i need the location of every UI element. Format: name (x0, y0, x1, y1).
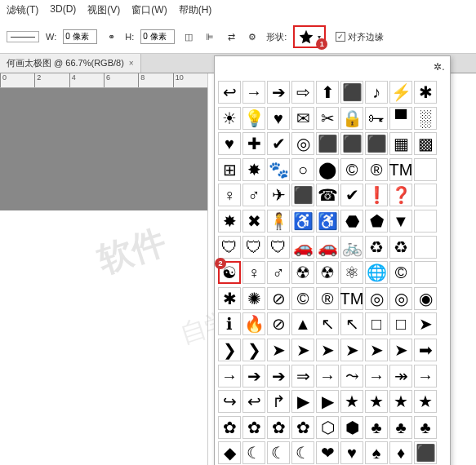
menu-window[interactable]: 窗口(W) (131, 3, 167, 17)
shape-cell[interactable]: ○ (291, 158, 314, 181)
shape-cell[interactable]: ★ (365, 390, 388, 413)
shape-cell[interactable]: ✈ (267, 184, 290, 206)
shape-cell[interactable]: ↱ (267, 390, 290, 413)
shape-cell[interactable]: ♥ (218, 132, 241, 155)
shape-cell[interactable]: 🔒 (340, 107, 363, 130)
shape-cell[interactable]: ☢ (316, 261, 339, 284)
shape-cell[interactable]: ☢ (291, 261, 314, 284)
shape-cell[interactable]: ⚛ (340, 261, 363, 284)
shape-cell[interactable]: ⬆ (316, 81, 339, 104)
shape-cell[interactable]: ✿ (242, 416, 265, 439)
close-icon[interactable]: × (129, 59, 134, 68)
shape-cell[interactable]: ★ (389, 390, 412, 413)
shape-cell[interactable]: ⬛ (316, 132, 339, 155)
shape-cell[interactable]: ☾ (267, 441, 290, 464)
shape-cell[interactable]: 🛡 (267, 236, 290, 259)
shape-cell[interactable]: ↩ (242, 390, 265, 413)
shape-cell[interactable]: ♠ (365, 441, 388, 464)
shape-cell[interactable]: ♿ (316, 210, 339, 232)
align-icon[interactable]: ⊫ (202, 29, 217, 44)
shape-cell[interactable]: 🧍 (267, 210, 290, 232)
shape-cell[interactable]: ☀ (218, 107, 241, 130)
shape-cell[interactable]: ➤ (414, 312, 437, 335)
shape-cell[interactable]: ⬛ (340, 81, 363, 104)
shape-cell[interactable]: ♣ (365, 416, 388, 439)
shape-cell[interactable]: ⊘ (267, 287, 290, 310)
shape-cell[interactable]: 🌐 (365, 261, 388, 284)
shape-cell[interactable] (414, 184, 437, 206)
shape-cell[interactable]: TM (340, 287, 363, 310)
shape-cell[interactable]: 🔥 (242, 312, 265, 335)
canvas-dark[interactable] (0, 88, 207, 210)
shape-cell[interactable]: ⬛ (365, 132, 388, 155)
shape-cell[interactable]: ⬛ (414, 441, 437, 464)
shape-cell[interactable]: ✸ (242, 158, 265, 181)
shape-picker-dropdown[interactable]: ▾ 1 (293, 25, 326, 48)
width-input[interactable] (63, 29, 97, 44)
shape-cell[interactable]: ✺ (242, 287, 265, 310)
pathop-icon[interactable]: ◫ (181, 29, 196, 44)
shape-cell[interactable]: ⇨ (291, 81, 314, 104)
shape-cell[interactable]: ↩ (218, 81, 241, 104)
shape-cell[interactable]: → (316, 365, 339, 388)
shape-cell[interactable]: ↖ (340, 312, 363, 335)
shape-cell[interactable]: ♻ (365, 236, 388, 259)
shape-cell[interactable]: ▼ (389, 210, 412, 232)
shape-cell[interactable]: 🚗 (316, 236, 339, 259)
shape-cell[interactable]: ⬡ (316, 416, 339, 439)
shape-cell[interactable]: 🐾 (267, 158, 290, 181)
shape-cell[interactable]: □ (389, 312, 412, 335)
shape-cell[interactable]: ☾ (242, 441, 265, 464)
shape-cell[interactable]: ⬣ (340, 210, 363, 232)
menu-help[interactable]: 帮助(H) (179, 3, 212, 17)
shape-cell[interactable] (414, 158, 437, 181)
shape-cell[interactable] (414, 236, 437, 259)
shape-cell[interactable]: ☎ (316, 184, 339, 206)
shape-cell[interactable]: 🛡 (242, 236, 265, 259)
shape-cell[interactable] (414, 261, 437, 284)
shape-cell[interactable]: ▶ (316, 390, 339, 413)
shape-cell[interactable]: ✿ (218, 416, 241, 439)
shape-cell[interactable]: 2☯ (218, 261, 241, 284)
shape-cell[interactable]: ↪ (218, 390, 241, 413)
shape-cell[interactable]: TM (389, 158, 412, 181)
shape-cell[interactable] (414, 210, 437, 232)
shape-cell[interactable]: ⊘ (267, 312, 290, 335)
shape-cell[interactable]: ◆ (218, 441, 241, 464)
gear-icon[interactable]: ⚙ (245, 29, 260, 44)
shape-cell[interactable]: ↠ (389, 365, 412, 388)
shape-cell[interactable]: ❤ (316, 441, 339, 464)
shape-cell[interactable]: ★ (340, 390, 363, 413)
shape-cell[interactable]: ♿ (291, 210, 314, 232)
shape-cell[interactable]: ❯ (218, 339, 241, 361)
shape-cell[interactable]: ✸ (218, 210, 241, 232)
menu-view[interactable]: 视图(V) (87, 3, 120, 17)
shape-cell[interactable]: ➔ (267, 365, 290, 388)
shape-cell[interactable]: ⤳ (340, 365, 363, 388)
shape-cell[interactable]: ✱ (218, 287, 241, 310)
shape-cell[interactable]: → (414, 365, 437, 388)
shape-cell[interactable]: ♣ (389, 416, 412, 439)
shape-cell[interactable]: ⬢ (340, 416, 363, 439)
shape-cell[interactable]: ⬛ (340, 132, 363, 155)
shape-cell[interactable]: ♦ (389, 441, 412, 464)
shape-cell[interactable]: ® (365, 158, 388, 181)
shape-cell[interactable]: ❗ (365, 184, 388, 206)
shape-cell[interactable]: ░ (414, 107, 437, 130)
shape-cell[interactable]: ♀ (242, 261, 265, 284)
shape-cell[interactable]: ✖ (242, 210, 265, 232)
shape-cell[interactable]: ➤ (267, 339, 290, 361)
shape-cell[interactable]: ▦ (389, 132, 412, 155)
shape-cell[interactable]: ♻ (389, 236, 412, 259)
shape-cell[interactable]: ♂ (267, 261, 290, 284)
shape-cell[interactable]: ➤ (340, 339, 363, 361)
shape-cell[interactable]: 🚗 (291, 236, 314, 259)
shape-cell[interactable]: ➤ (291, 339, 314, 361)
shape-cell[interactable]: ◎ (389, 287, 412, 310)
link-icon[interactable]: ⚭ (104, 29, 118, 44)
shape-cell[interactable]: 🛡 (218, 236, 241, 259)
shape-cell[interactable]: ❓ (389, 184, 412, 206)
shape-cell[interactable]: ◉ (414, 287, 437, 310)
shape-cell[interactable]: ℹ (218, 312, 241, 335)
shape-cell[interactable]: ⊞ (218, 158, 241, 181)
